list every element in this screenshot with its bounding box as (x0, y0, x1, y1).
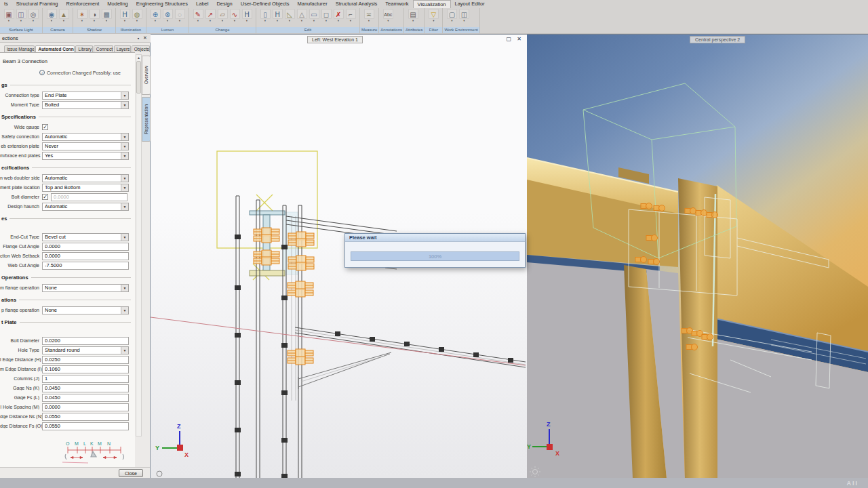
dropdown-arrow-icon[interactable]: ▼ (121, 203, 128, 210)
menu-item-layout-editor[interactable]: Layout Editor (451, 0, 489, 8)
field-input[interactable]: 0.0450 (42, 394, 129, 402)
beam-light-icon[interactable]: H▾ (119, 9, 130, 23)
panel-scrollbar[interactable]: ▲ (136, 54, 142, 436)
stretch-icon[interactable]: ▭▾ (309, 9, 319, 23)
dropdown-arrow-icon[interactable]: ▼ (121, 307, 128, 314)
panel-tab-issue-manager[interactable]: Issue Manager (4, 45, 35, 52)
field-input[interactable]: 0.0550 (42, 422, 129, 430)
field-dropdown[interactable]: Yes▼ (42, 152, 129, 160)
dropdown-arrow-icon[interactable]: ▼ (121, 285, 128, 291)
dropdown-caret-icon[interactable]: ▾ (451, 19, 452, 23)
field-input[interactable]: 0.1060 (42, 365, 129, 373)
dropdown-caret-icon[interactable]: ▾ (155, 19, 156, 23)
field-dropdown[interactable]: Bolted▼ (42, 101, 129, 109)
dropdown-caret-icon[interactable]: ▾ (94, 19, 95, 23)
delete-icon[interactable]: ✗▾ (333, 9, 344, 23)
dropdown-caret-icon[interactable]: ▾ (136, 19, 138, 23)
dropdown-caret-icon[interactable]: ▾ (33, 19, 34, 23)
menu-item-reinforcement[interactable]: Reinforcement (62, 0, 104, 8)
panel-tab-library[interactable]: Library (75, 45, 92, 52)
dropdown-caret-icon[interactable]: ▾ (412, 19, 414, 23)
dropdown-caret-icon[interactable]: ▾ (124, 19, 125, 23)
dropdown-arrow-icon[interactable]: ▼ (121, 184, 128, 191)
viewport-window-buttons[interactable]: ▢ ✕ (507, 36, 524, 42)
dropdown-caret-icon[interactable]: ▾ (222, 19, 223, 23)
dropdown-caret-icon[interactable]: ▾ (167, 19, 168, 23)
add-lumen-icon[interactable]: ⊕▾ (150, 9, 161, 23)
field-input[interactable]: 0.0000 (42, 243, 129, 251)
panel-tab-objects[interactable]: Objects (132, 45, 150, 52)
menu-item-structural-framing[interactable]: Structural Framing (12, 0, 62, 8)
menu-item-label[interactable]: Label (192, 0, 212, 8)
dropdown-arrow-icon[interactable]: ▼ (121, 102, 128, 108)
curve-icon[interactable]: ∿▾ (229, 9, 240, 23)
dropdown-caret-icon[interactable]: ▾ (326, 19, 327, 23)
field-dropdown[interactable]: Bevel cut▼ (42, 233, 129, 241)
dropdown-arrow-icon[interactable]: ▼ (121, 143, 128, 150)
plate-icon[interactable]: ▱▾ (217, 9, 228, 23)
field-input[interactable]: 0.0000 (42, 403, 129, 411)
panel-tab-automated-connec-[interactable]: Automated Connec... (35, 45, 75, 52)
dropdown-caret-icon[interactable]: ▾ (264, 19, 266, 23)
dropdown-caret-icon[interactable]: ▾ (463, 19, 465, 23)
panel-tab-connect[interactable]: Connect (94, 45, 113, 52)
measure-icon[interactable]: ≍▾ (363, 9, 374, 23)
dropdown-caret-icon[interactable]: ▾ (210, 19, 211, 23)
trim-icon[interactable]: ⌐▾ (345, 9, 356, 23)
dropdown-arrow-icon[interactable]: ▼ (121, 175, 128, 182)
mirror-icon[interactable]: △▾ (296, 9, 307, 23)
layout-icon[interactable]: ◫▾ (458, 9, 469, 23)
perspective-view-label[interactable]: Central perspective 2 (690, 36, 745, 43)
dropdown-caret-icon[interactable]: ▾ (350, 19, 351, 23)
view-compass-icon[interactable] (157, 471, 162, 476)
menu-item-manufacturer[interactable]: Manufacturer (293, 0, 331, 8)
dropdown-caret-icon[interactable]: ▾ (338, 19, 339, 23)
dropdown-caret-icon[interactable]: ▾ (313, 19, 315, 23)
field-input[interactable]: 0.0000 (51, 193, 127, 201)
side-tab-representation[interactable]: Representation (142, 97, 151, 142)
field-dropdown[interactable]: Automatic▼ (42, 133, 129, 141)
dropdown-caret-icon[interactable]: ▾ (51, 19, 52, 23)
field-checkbox[interactable]: ✓ (42, 124, 48, 130)
dropdown-caret-icon[interactable]: ▾ (289, 19, 290, 23)
filter-icon[interactable]: ▽▾ (428, 9, 439, 23)
perspective-viewport[interactable]: Z Y X Central perspective 2 (527, 34, 868, 478)
panel-tab-layers[interactable]: Layers (114, 45, 131, 52)
side-tab-overview[interactable]: Overview (142, 56, 151, 95)
field-dropdown[interactable]: Automatic▼ (42, 203, 129, 211)
pin-icon[interactable]: ▪ (135, 36, 142, 41)
field-dropdown[interactable]: None▼ (42, 306, 129, 314)
dropdown-arrow-icon[interactable]: ▼ (121, 92, 128, 99)
dropdown-arrow-icon[interactable]: ▼ (121, 134, 128, 140)
field-input[interactable]: 0.0000 (42, 252, 129, 260)
dropdown-caret-icon[interactable]: ▾ (8, 19, 9, 23)
field-dropdown[interactable]: Never▼ (42, 142, 129, 150)
dropdown-caret-icon[interactable]: ▾ (63, 19, 64, 23)
field-input[interactable]: 0.0250 (42, 356, 129, 364)
dropdown-caret-icon[interactable]: ▾ (433, 19, 434, 23)
scroll-up-icon[interactable]: ▲ (136, 55, 141, 60)
field-input[interactable]: 0.0550 (42, 413, 129, 421)
scrollbar-thumb[interactable] (136, 61, 141, 94)
remove-lumen-icon[interactable]: ⊗▾ (162, 9, 173, 23)
texture-icon[interactable]: ◫▾ (16, 9, 26, 23)
dropdown-caret-icon[interactable]: ▾ (179, 19, 180, 23)
dropdown-arrow-icon[interactable]: ▼ (121, 152, 128, 159)
field-input[interactable]: -7.5000 (42, 262, 129, 270)
dropdown-caret-icon[interactable]: ▾ (246, 19, 248, 23)
dropdown-arrow-icon[interactable]: ▼ (121, 234, 128, 241)
plate-tool-icon[interactable]: ▯▾ (260, 9, 271, 23)
dropdown-caret-icon[interactable]: ▾ (234, 19, 235, 23)
dropdown-caret-icon[interactable]: ▾ (197, 19, 199, 23)
field-dropdown[interactable]: Standard round▼ (42, 346, 129, 354)
dropdown-caret-icon[interactable]: ▾ (387, 19, 389, 23)
camera-icon[interactable]: ◉▾ (46, 9, 57, 23)
field-checkbox[interactable]: ✓ (42, 194, 48, 200)
beam-tool-icon[interactable]: H▾ (272, 9, 283, 23)
hatch-icon[interactable]: ▩▾ (101, 9, 112, 23)
panel-close-icon[interactable]: ✕ (142, 35, 149, 41)
close-button[interactable]: Close (119, 469, 143, 477)
dropdown-caret-icon[interactable]: ▾ (81, 19, 83, 23)
field-dropdown[interactable]: Top and Bottom▼ (42, 184, 129, 192)
field-dropdown[interactable]: Automatic▼ (42, 174, 129, 182)
